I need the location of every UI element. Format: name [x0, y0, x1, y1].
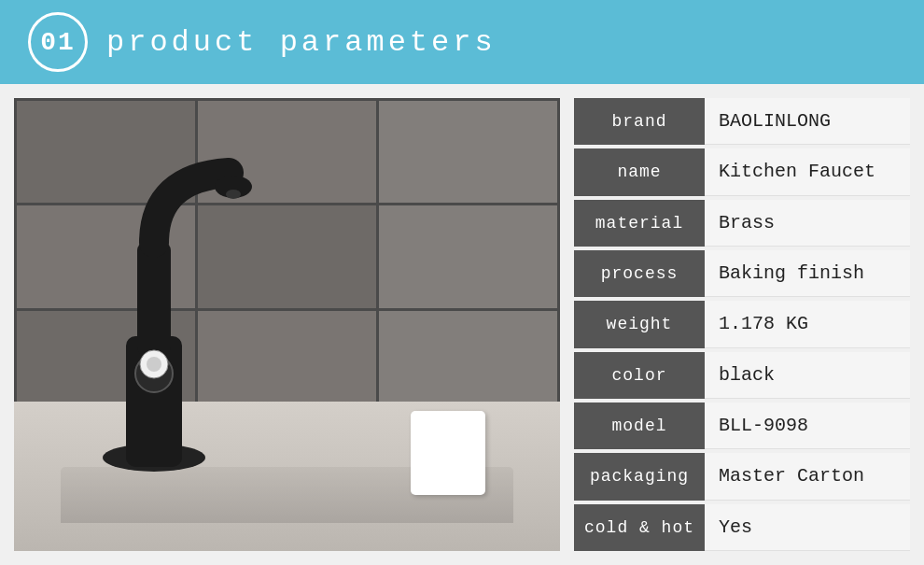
spec-value-5: black: [705, 352, 910, 399]
counter-item: [411, 411, 485, 495]
spec-label-3: process: [574, 250, 705, 297]
svg-point-6: [147, 357, 161, 372]
badge-circle: 01: [28, 12, 88, 72]
spec-label-5: color: [574, 352, 705, 399]
badge-text: 01: [40, 28, 76, 57]
spec-row: colorblack: [574, 352, 910, 399]
spec-label-2: material: [574, 200, 705, 247]
main-content: brandBAOLINLONGnameKitchen Faucetmateria…: [0, 84, 924, 565]
spec-row: nameKitchen Faucet: [574, 148, 910, 195]
spec-value-2: Brass: [705, 200, 910, 247]
faucet-svg: [61, 149, 322, 476]
header: 01 product parameters: [0, 0, 924, 84]
svg-rect-2: [137, 243, 171, 355]
spec-value-8: Yes: [705, 504, 910, 551]
spec-row: packagingMaster Carton: [574, 453, 910, 500]
spec-label-0: brand: [574, 98, 705, 145]
spec-row: modelBLL-9098: [574, 403, 910, 449]
spec-value-4: 1.178 KG: [705, 301, 910, 347]
spec-label-8: cold & hot: [574, 504, 705, 551]
svg-point-7: [226, 190, 241, 199]
spec-label-7: packaging: [574, 453, 705, 500]
spec-row: materialBrass: [574, 200, 910, 247]
faucet-scene: [14, 98, 560, 551]
spec-row: cold & hotYes: [574, 504, 910, 551]
spec-row: processBaking finish: [574, 250, 910, 297]
product-image: [14, 98, 560, 551]
spec-value-6: BLL-9098: [705, 403, 910, 449]
spec-value-1: Kitchen Faucet: [705, 148, 910, 195]
page-title: product parameters: [106, 25, 497, 60]
specs-container: brandBAOLINLONGnameKitchen Faucetmateria…: [574, 98, 910, 551]
spec-value-7: Master Carton: [705, 453, 910, 500]
spec-label-6: model: [574, 403, 705, 449]
spec-label-1: name: [574, 148, 705, 195]
spec-label-4: weight: [574, 301, 705, 347]
spec-value-3: Baking finish: [705, 250, 910, 297]
spec-row: brandBAOLINLONG: [574, 98, 910, 145]
spec-value-0: BAOLINLONG: [705, 98, 910, 145]
spec-row: weight1.178 KG: [574, 301, 910, 347]
